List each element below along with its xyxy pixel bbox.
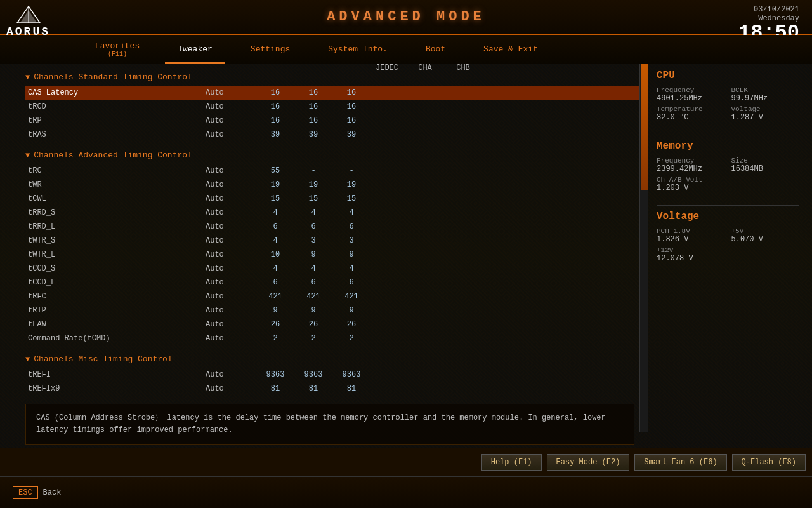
cas-jedec: 16 xyxy=(256,88,294,97)
tras-jedec: 39 xyxy=(256,130,294,139)
tras-label: tRAS xyxy=(28,130,206,139)
v12-label: +12V xyxy=(657,246,725,254)
row-trc[interactable]: tRC Auto 55 - - xyxy=(25,164,641,178)
cpu-temp-value: 32.0 °C xyxy=(657,113,725,122)
trp-cha: 16 xyxy=(294,116,332,125)
tras-value: Auto xyxy=(206,130,256,139)
cpu-divider xyxy=(657,135,799,135)
row-tccd-l[interactable]: tCCD_L Auto 6 6 6 xyxy=(25,276,641,290)
cpu-temp-label: Temperature xyxy=(657,105,725,113)
standard-timing-title: Channels Standard Timing Control xyxy=(34,72,192,82)
esc-key-label[interactable]: ESC xyxy=(13,486,38,499)
scrollbar-thumb[interactable] xyxy=(641,64,648,190)
trp-jedec: 16 xyxy=(256,116,294,125)
smart-fan-button[interactable]: Smart Fan 6 (F6) xyxy=(634,454,726,471)
cas-value: Auto xyxy=(206,88,256,97)
misc-arrow-icon: ▼ xyxy=(25,355,30,364)
cas-chb: 16 xyxy=(332,88,370,97)
row-trcd[interactable]: tRCD Auto 16 16 16 xyxy=(25,100,641,114)
status-bar: ESC Back xyxy=(0,476,812,508)
row-trfc[interactable]: tRFC Auto 421 421 421 xyxy=(25,290,641,304)
easy-mode-button[interactable]: Easy Mode (F2) xyxy=(547,454,630,471)
description-text: CAS (Column Address Strobe） latency is t… xyxy=(36,412,624,436)
row-twr[interactable]: tWR Auto 19 19 19 xyxy=(25,178,641,192)
mem-freq-label: Frequency xyxy=(657,157,725,164)
header-bar: AORUS ADVANCED MODE 03/10/2021 Wednesday… xyxy=(0,0,812,35)
cpu-section: CPU Frequency 4901.25MHz BCLK 99.97MHz T… xyxy=(657,70,799,122)
mem-size-label: Size xyxy=(731,157,800,164)
memory-section: Memory Frequency 2399.42MHz Size 16384MB… xyxy=(657,140,799,192)
row-trrd-s[interactable]: tRRD_S Auto 4 4 4 xyxy=(25,206,641,220)
nav-save-exit[interactable]: Save & Exit xyxy=(464,35,557,64)
help-bar: Help (F1) Easy Mode (F2) Smart Fan 6 (F6… xyxy=(0,448,812,476)
pch-label: PCH 1.8V xyxy=(657,227,725,235)
trcd-chb: 16 xyxy=(332,102,370,111)
mem-chvolt-value: 1.203 V xyxy=(657,184,799,192)
row-trtp[interactable]: tRTP Auto 9 9 9 xyxy=(25,304,641,318)
mem-size-value: 16384MB xyxy=(731,164,800,173)
trcd-value: Auto xyxy=(206,102,256,111)
row-tcmd[interactable]: Command Rate(tCMD) Auto 2 2 2 xyxy=(25,331,641,345)
nav-system-info[interactable]: System Info. xyxy=(309,35,407,64)
row-trefix9[interactable]: tREFIx9 Auto 81 81 81 xyxy=(25,382,641,396)
trp-label: tRP xyxy=(28,116,206,125)
page-title: ADVANCED MODE xyxy=(327,9,485,25)
row-tfaw[interactable]: tFAW Auto 26 26 26 xyxy=(25,318,641,331)
date-display: 03/10/2021 Wednesday xyxy=(738,5,799,23)
nav-tweaker[interactable]: Tweaker xyxy=(159,35,232,64)
row-trrd-l[interactable]: tRRD_L Auto 6 6 6 xyxy=(25,220,641,234)
cpu-bclk-value: 99.97MHz xyxy=(731,94,800,103)
row-tccd-s[interactable]: tCCD_S Auto 4 4 4 xyxy=(25,262,641,276)
memory-title: Memory xyxy=(657,140,799,152)
v5-label: +5V xyxy=(731,227,800,235)
mem-chvolt-label: Ch A/B Volt xyxy=(657,176,799,184)
trp-value: Auto xyxy=(206,116,256,125)
advanced-timing-title: Channels Advanced Timing Control xyxy=(34,150,192,160)
navbar: Favorites (F11) Tweaker Settings System … xyxy=(0,35,812,64)
v5-value: 5.070 V xyxy=(731,235,800,244)
cpu-bclk-label: BCLK xyxy=(731,86,800,94)
voltage-title: Voltage xyxy=(657,211,799,222)
help-button[interactable]: Help (F1) xyxy=(481,454,542,471)
cpu-volt-label: Voltage xyxy=(731,105,800,113)
tras-chb: 39 xyxy=(332,130,370,139)
row-tras[interactable]: tRAS Auto 39 39 39 xyxy=(25,128,641,142)
row-trp[interactable]: tRP Auto 16 16 16 xyxy=(25,114,641,128)
row-cas-latency[interactable]: CAS Latency Auto 16 16 16 xyxy=(25,86,641,100)
row-tcwl[interactable]: tCWL Auto 15 15 15 xyxy=(25,192,641,206)
trp-chb: 16 xyxy=(332,116,370,125)
advanced-arrow-icon: ▼ xyxy=(25,151,30,160)
v12-value: 12.078 V xyxy=(657,254,725,263)
standard-arrow-icon: ▼ xyxy=(25,73,30,82)
misc-timing-section-header: ▼ Channels Misc Timing Control xyxy=(25,351,641,368)
cas-label: CAS Latency xyxy=(28,88,206,97)
misc-timing-title: Channels Misc Timing Control xyxy=(34,354,172,364)
row-trefi[interactable]: tREFI Auto 9363 9363 9363 xyxy=(25,368,641,382)
pch-value: 1.826 V xyxy=(657,235,725,244)
advanced-timing-section-header: ▼ Channels Advanced Timing Control xyxy=(25,147,641,164)
row-twtr-s[interactable]: tWTR_S Auto 4 3 3 xyxy=(25,234,641,248)
main-content: ▼ Channels Standard Timing Control CAS L… xyxy=(25,64,641,432)
trcd-jedec: 16 xyxy=(256,102,294,111)
back-label: Back xyxy=(43,488,62,497)
right-panel: CPU Frequency 4901.25MHz BCLK 99.97MHz T… xyxy=(650,64,806,432)
cpu-volt-value: 1.287 V xyxy=(731,113,800,122)
nav-settings[interactable]: Settings xyxy=(232,35,309,64)
memory-divider xyxy=(657,205,799,206)
logo-area: AORUS xyxy=(6,5,50,38)
qflash-button[interactable]: Q-Flash (F8) xyxy=(732,454,806,471)
cpu-freq-label: Frequency xyxy=(657,86,725,94)
nav-favorites[interactable]: Favorites (F11) xyxy=(76,35,159,64)
row-twtr-l[interactable]: tWTR_L Auto 10 9 9 xyxy=(25,248,641,262)
trcd-label: tRCD xyxy=(28,102,206,111)
cpu-freq-value: 4901.25MHz xyxy=(657,94,725,103)
nav-boot[interactable]: Boot xyxy=(407,35,464,64)
mem-freq-value: 2399.42MHz xyxy=(657,164,725,173)
trcd-cha: 16 xyxy=(294,102,332,111)
cpu-title: CPU xyxy=(657,70,799,81)
scrollbar[interactable] xyxy=(639,64,648,432)
standard-timing-section-header: ▼ Channels Standard Timing Control xyxy=(25,69,641,86)
cas-cha: 16 xyxy=(294,88,332,97)
tras-cha: 39 xyxy=(294,130,332,139)
aorus-logo-icon xyxy=(16,5,41,24)
